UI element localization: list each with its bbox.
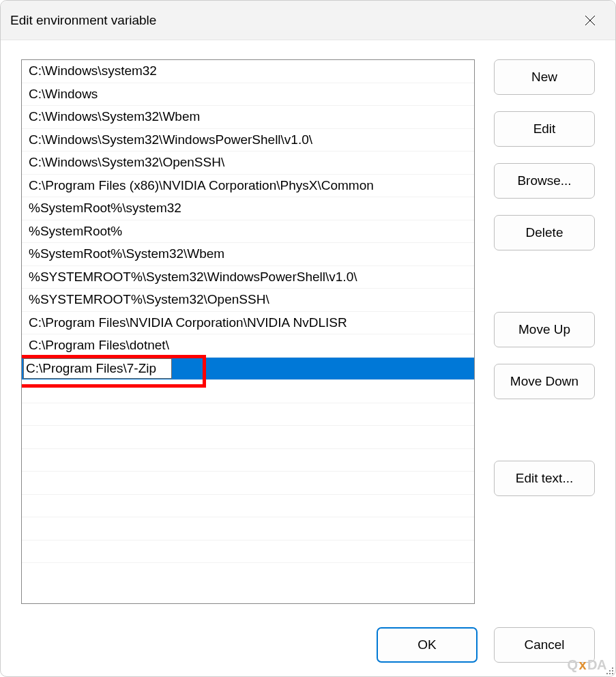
move-down-button[interactable]: Move Down xyxy=(494,364,595,399)
new-button[interactable]: New xyxy=(494,59,595,95)
inline-edit-wrapper xyxy=(23,358,172,379)
main-row: C:\Windows\system32 C:\Windows C:\Window… xyxy=(21,59,595,604)
list-item-empty[interactable] xyxy=(22,495,474,518)
watermark-text: Q xyxy=(567,657,577,673)
list-item-empty[interactable] xyxy=(22,403,474,427)
path-edit-input[interactable] xyxy=(26,361,169,376)
list-item[interactable]: %SYSTEMROOT%\System32\OpenSSH\ xyxy=(22,289,474,312)
list-item[interactable]: C:\Windows xyxy=(22,83,474,106)
list-item-empty[interactable] xyxy=(22,563,474,603)
close-button[interactable] xyxy=(574,5,606,36)
bottom-button-row: OK Cancel xyxy=(21,627,595,663)
list-item[interactable]: %SystemRoot%\System32\Wbem xyxy=(22,243,474,266)
list-item-empty[interactable] xyxy=(22,380,474,403)
list-item[interactable]: %SYSTEMROOT%\System32\WindowsPowerShell\… xyxy=(22,266,474,289)
list-item-empty[interactable] xyxy=(22,517,474,541)
list-item-empty[interactable] xyxy=(22,541,474,564)
dialog-content: C:\Windows\system32 C:\Windows C:\Window… xyxy=(1,40,615,676)
close-icon xyxy=(585,15,596,26)
list-item[interactable]: %SystemRoot%\system32 xyxy=(22,197,474,220)
edit-button[interactable]: Edit xyxy=(494,111,595,147)
side-button-column: New Edit Browse... Delete Move Up Move D… xyxy=(494,59,595,604)
title-bar: Edit environment variable xyxy=(1,1,615,40)
list-item[interactable]: C:\Windows\System32\OpenSSH\ xyxy=(22,152,474,175)
list-item[interactable]: C:\Windows\system32 xyxy=(22,60,474,83)
list-item[interactable]: C:\Program Files (x86)\NVIDIA Corporatio… xyxy=(22,175,474,198)
move-up-button[interactable]: Move Up xyxy=(494,312,595,347)
edit-text-button[interactable]: Edit text... xyxy=(494,461,595,496)
list-item[interactable]: C:\Program Files\dotnet\ xyxy=(22,334,474,358)
ok-button[interactable]: OK xyxy=(377,627,478,663)
watermark-text: x xyxy=(578,657,586,673)
list-item-selected[interactable] xyxy=(22,358,474,381)
edit-environment-variable-dialog: Edit environment variable C:\Windows\sys… xyxy=(0,0,616,677)
path-listbox[interactable]: C:\Windows\system32 C:\Windows C:\Window… xyxy=(21,59,475,604)
watermark-text: DA xyxy=(587,657,606,673)
list-item-empty[interactable] xyxy=(22,472,474,495)
list-item-empty[interactable] xyxy=(22,449,474,472)
window-title: Edit environment variable xyxy=(10,13,156,28)
resize-grip-icon[interactable] xyxy=(605,666,615,676)
list-item[interactable]: C:\Program Files\NVIDIA Corporation\NVID… xyxy=(22,312,474,335)
delete-button[interactable]: Delete xyxy=(494,215,595,250)
list-item[interactable]: C:\Windows\System32\Wbem xyxy=(22,106,474,129)
browse-button[interactable]: Browse... xyxy=(494,163,595,199)
list-item-empty[interactable] xyxy=(22,426,474,449)
list-item[interactable]: C:\Windows\System32\WindowsPowerShell\v1… xyxy=(22,129,474,152)
watermark: QxDA xyxy=(567,657,606,673)
list-item[interactable]: %SystemRoot% xyxy=(22,220,474,244)
